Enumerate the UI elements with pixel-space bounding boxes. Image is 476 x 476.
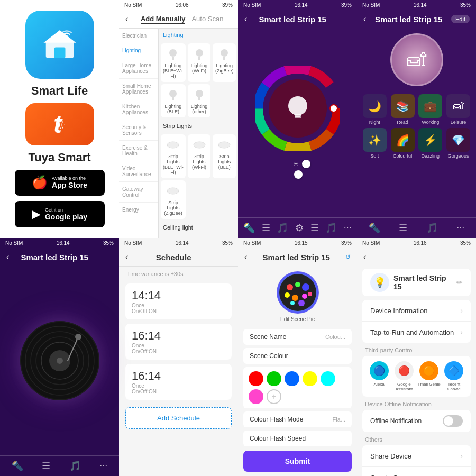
bottom-tab-list[interactable]: ☰ xyxy=(310,222,319,234)
info-row-share[interactable]: Share Device › xyxy=(362,445,471,467)
lighting-other[interactable]: Lighting (other) xyxy=(188,84,211,117)
sidebar-item-electrician[interactable]: Electrician xyxy=(119,29,158,43)
edit-button[interactable]: Edit xyxy=(451,15,470,23)
scene-name-val[interactable]: Colou... xyxy=(325,334,345,340)
music-tab-music[interactable]: 🎵 xyxy=(69,460,81,472)
lighting-zigbee[interactable]: Lighting (ZigBee) xyxy=(213,43,236,82)
bottom-tab-more[interactable]: ··· xyxy=(344,222,352,234)
color-wheel[interactable] xyxy=(255,66,340,151)
bottom-tab-music[interactable]: 🎵 xyxy=(277,222,288,234)
scene-read[interactable]: 📚 Read xyxy=(390,94,415,125)
sidebar-item-exercise[interactable]: Exercise & Health xyxy=(119,141,158,161)
device-info-label: Device Information xyxy=(370,307,427,315)
music-tab-menu[interactable]: ☰ xyxy=(42,460,50,472)
info-row-device-info[interactable]: Device Information › xyxy=(362,300,471,322)
tab-auto-scan[interactable]: Auto Scan xyxy=(191,15,223,24)
music-tab-light[interactable]: 🔦 xyxy=(12,460,23,472)
music-back-arrow[interactable]: ‹ xyxy=(6,252,9,262)
offline-toggle[interactable] xyxy=(443,415,463,427)
svg-rect-2 xyxy=(54,47,65,58)
color-dot-cyan[interactable] xyxy=(321,371,335,386)
sidebar-item-gateway[interactable]: Gateway Control xyxy=(119,182,158,203)
schedule-time-1: 14:14 xyxy=(132,289,225,303)
bottom-tab-menu[interactable]: ☰ xyxy=(262,222,270,234)
add-color-button[interactable]: + xyxy=(267,389,281,404)
bottom-tab-music2[interactable]: 🎵 xyxy=(325,222,337,234)
strip-ble-wifi[interactable]: Strip Lights (BLE+Wi-Fi) xyxy=(161,134,186,178)
cp-status-battery: 39% xyxy=(341,2,352,8)
panel-scene-edit: No SIM 16:15 39% ‹ Smart led Strip 15 ↺ … xyxy=(238,238,357,476)
flash-mode-val[interactable]: Fla... xyxy=(333,416,345,423)
tab-add-manually[interactable]: Add Manually xyxy=(141,15,186,24)
google-play-button[interactable]: ▶ Get it on Google play xyxy=(15,201,105,227)
scene-soft[interactable]: ✨ Soft xyxy=(362,128,387,159)
svg-point-48 xyxy=(290,301,295,305)
se-back-arrow[interactable]: ‹ xyxy=(244,252,247,262)
scenes-back-arrow[interactable]: ‹ xyxy=(363,14,366,24)
strip-wifi[interactable]: Strip Lights (Wi-Fi) xyxy=(188,134,211,178)
schedule-time-2: 16:14 xyxy=(132,329,225,343)
schedule-time-3: 16:14 xyxy=(132,369,225,383)
bottom-tab-settings[interactable]: ⚙ xyxy=(295,222,304,234)
sidebar-item-lighting[interactable]: Lighting xyxy=(119,43,158,58)
di-back-arrow[interactable]: ‹ xyxy=(363,252,366,262)
sidebar-item-energy[interactable]: Energy xyxy=(119,203,158,217)
color-dot-blue[interactable] xyxy=(285,371,299,386)
color-dot-red[interactable] xyxy=(249,371,263,386)
svg-point-6 xyxy=(196,49,203,57)
scene-gorgeous[interactable]: 💎 Gorgeous xyxy=(446,128,471,159)
sidebar-item-small-home[interactable]: Small Home Appliances xyxy=(119,79,158,99)
sidebar-item-kitchen[interactable]: Kitchen Appliances xyxy=(119,99,158,120)
add-schedule-button[interactable]: Add Schedule xyxy=(125,407,232,429)
scenes-tab-menu[interactable]: ☰ xyxy=(399,222,407,234)
scene-leisure[interactable]: 🛋 Leisure xyxy=(446,94,471,125)
scene-gorgeous-thumb: 💎 xyxy=(446,128,470,152)
strip-ble[interactable]: Strip Lights (BLE) xyxy=(213,134,236,178)
scene-pic[interactable] xyxy=(277,271,319,314)
di-status-battery: 35% xyxy=(460,240,471,246)
scenes-tab-more[interactable]: ··· xyxy=(456,222,464,234)
third-party-tmall[interactable]: 🟠 Tmall Genie xyxy=(418,361,441,391)
scene-colourful[interactable]: 🌈 Colourful xyxy=(390,128,415,159)
scenes-tab-light[interactable]: 🔦 xyxy=(369,222,380,234)
strip-zigbee[interactable]: Strip Lights (ZigBee) xyxy=(161,180,186,219)
third-party-google[interactable]: 🔴 Google Assistant xyxy=(392,361,415,391)
lighting-ble[interactable]: Lighting (BLE) xyxy=(161,84,186,117)
third-party-tecent[interactable]: 🔷 Tecent Xiaowei xyxy=(443,361,465,391)
se-refresh-icon[interactable]: ↺ xyxy=(345,253,351,261)
music-title: Smart led Strip 15 xyxy=(13,253,96,262)
scene-dazzling[interactable]: ⚡ Dazzling xyxy=(418,128,443,159)
color-dot-yellow[interactable] xyxy=(303,371,317,386)
submit-button[interactable]: Submit xyxy=(243,451,352,472)
info-row-create-group[interactable]: Create Group › xyxy=(362,467,471,476)
scene-dazzling-label: Dazzling xyxy=(422,153,440,159)
sidebar-item-video[interactable]: Video Surveillance xyxy=(119,161,158,182)
svg-rect-5 xyxy=(172,57,174,60)
color-dot-pink[interactable] xyxy=(249,389,263,404)
sidebar-item-security[interactable]: Security & Sensors xyxy=(119,120,158,141)
panel-music: No SIM 16:14 35% ‹ Smart led Strip 15 🔦 xyxy=(0,238,119,476)
schedule-nav-bar: ‹ Schedule xyxy=(119,248,238,267)
back-arrow-icon[interactable]: ‹ xyxy=(125,14,128,24)
third-party-alexa[interactable]: 🔵 Alexa xyxy=(368,361,390,391)
scene-working[interactable]: 💼 Working xyxy=(418,94,443,125)
bottom-tab-light[interactable]: 🔦 xyxy=(243,222,255,234)
pencil-icon[interactable]: ✏ xyxy=(456,278,463,287)
scene-read-label: Read xyxy=(397,120,408,125)
lighting-wifi[interactable]: Lighting (Wi-Fi) xyxy=(188,43,211,82)
di-status-time: 16:16 xyxy=(414,240,427,246)
cp-back-arrow[interactable]: ‹ xyxy=(244,14,247,24)
schedule-back-arrow[interactable]: ‹ xyxy=(125,252,128,262)
cp-status-bar: No SIM 16:14 39% xyxy=(238,0,357,10)
music-status-bar: No SIM 16:14 35% xyxy=(0,238,119,248)
others-title: Others xyxy=(357,433,476,444)
info-row-tap-run[interactable]: Tap-to-Run and Automation › xyxy=(362,322,471,343)
color-dot-green[interactable] xyxy=(267,371,281,386)
sidebar-item-large-home[interactable]: Large Home Appliances xyxy=(119,58,158,79)
app-store-button[interactable]: 🍎 Available on the App Store xyxy=(15,170,105,196)
lighting-ble-wifi[interactable]: Lighting (BLE+Wi-Fi) xyxy=(161,43,186,82)
scenes-tab-music[interactable]: 🎵 xyxy=(426,222,438,234)
scene-night[interactable]: 🌙 Night xyxy=(362,94,387,125)
music-tab-more[interactable]: ··· xyxy=(99,460,107,472)
schedule-variance: Time variance is ±30s xyxy=(119,267,238,281)
